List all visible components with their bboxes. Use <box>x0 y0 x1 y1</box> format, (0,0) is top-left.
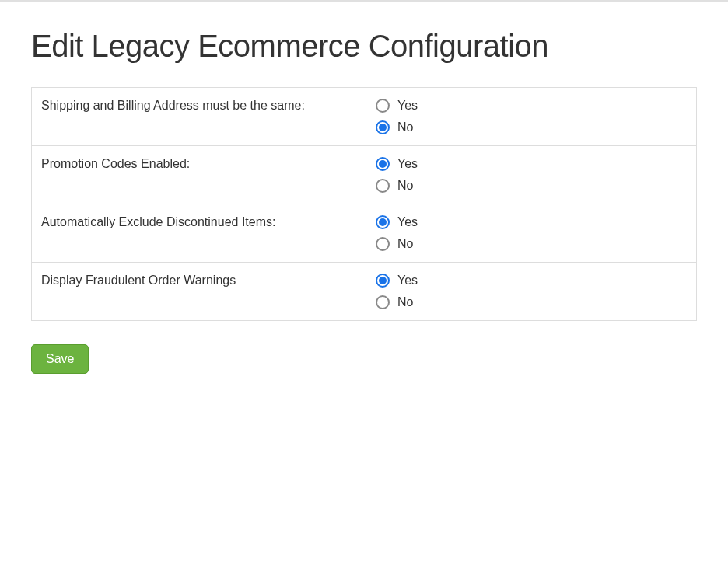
radio-label: Yes <box>397 274 418 288</box>
field-label: Display Fraudulent Order Warnings <box>32 263 366 320</box>
radio-label: No <box>397 295 413 309</box>
page-container: Edit Legacy Ecommerce Configuration Ship… <box>0 2 728 405</box>
field-input: Yes No <box>366 204 696 262</box>
field-row-promotion-codes-enabled: Promotion Codes Enabled: Yes No <box>31 145 697 204</box>
radio-icon <box>376 237 390 251</box>
radio-icon <box>376 120 390 134</box>
save-button[interactable]: Save <box>31 344 89 374</box>
radio-option-no[interactable]: No <box>376 120 687 134</box>
radio-label: Yes <box>397 215 418 229</box>
radio-group: Yes No <box>376 215 687 251</box>
field-label: Promotion Codes Enabled: <box>32 146 366 204</box>
field-row-exclude-discontinued-items: Automatically Exclude Discontinued Items… <box>31 204 697 262</box>
page-title: Edit Legacy Ecommerce Configuration <box>31 29 697 64</box>
radio-label: No <box>397 179 413 193</box>
field-input: Yes No <box>366 88 696 145</box>
radio-label: Yes <box>397 157 418 171</box>
field-label: Shipping and Billing Address must be the… <box>32 88 366 145</box>
radio-option-yes[interactable]: Yes <box>376 215 687 229</box>
radio-option-yes[interactable]: Yes <box>376 99 687 113</box>
field-input: Yes No <box>366 146 696 204</box>
field-row-display-fraud-warnings: Display Fraudulent Order Warnings Yes No <box>31 262 697 321</box>
radio-label: No <box>397 120 413 134</box>
config-form: Shipping and Billing Address must be the… <box>31 87 697 321</box>
radio-icon <box>376 215 390 229</box>
radio-group: Yes No <box>376 99 687 134</box>
radio-icon <box>376 99 390 113</box>
radio-option-no[interactable]: No <box>376 295 687 309</box>
field-label: Automatically Exclude Discontinued Items… <box>32 204 366 262</box>
radio-icon <box>376 179 390 193</box>
field-row-shipping-billing-same: Shipping and Billing Address must be the… <box>31 87 697 145</box>
field-input: Yes No <box>366 263 696 320</box>
radio-icon <box>376 295 390 309</box>
radio-group: Yes No <box>376 274 687 309</box>
radio-option-no[interactable]: No <box>376 237 687 251</box>
radio-label: Yes <box>397 99 418 113</box>
radio-option-yes[interactable]: Yes <box>376 274 687 288</box>
radio-icon <box>376 274 390 288</box>
radio-option-yes[interactable]: Yes <box>376 157 687 171</box>
radio-icon <box>376 157 390 171</box>
radio-option-no[interactable]: No <box>376 179 687 193</box>
radio-group: Yes No <box>376 157 687 193</box>
radio-label: No <box>397 237 413 251</box>
